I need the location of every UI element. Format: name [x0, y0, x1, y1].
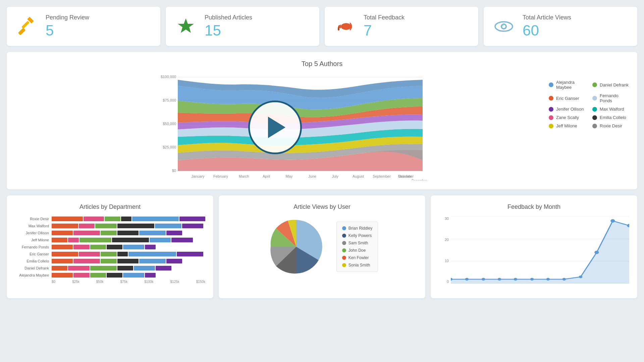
- bar-track: [52, 252, 205, 256]
- line-chart-area: 30 20 10 0: [439, 217, 629, 290]
- bar-segment: [52, 217, 83, 221]
- bar-segment: [52, 245, 73, 249]
- svg-text:$100,000: $100,000: [161, 75, 176, 79]
- pie-legend-item-2: Sam Smith: [342, 241, 372, 245]
- bar-segment: [107, 273, 122, 278]
- bar-segment: [117, 231, 139, 235]
- bar-segment: [123, 245, 144, 249]
- bar-segment: [171, 238, 193, 242]
- y-label-20: 20: [445, 238, 449, 242]
- legend-dot-6: [549, 115, 553, 120]
- bar-segment: [101, 252, 116, 256]
- bar-row: Jenifer Ollison: [15, 231, 205, 235]
- stat-value-views: 60: [523, 22, 571, 39]
- bar-label: Emilia Collelo: [15, 259, 52, 263]
- svg-point-45: [562, 278, 566, 281]
- bar-segment: [68, 266, 89, 270]
- bar-label: Roxie Desir: [15, 217, 52, 221]
- y-label-0: 0: [447, 280, 449, 284]
- legend-label-4: Jenifer Ollison: [556, 107, 584, 112]
- bar-segment: [107, 245, 122, 249]
- bar-row: Jeff Milone: [15, 238, 205, 242]
- stat-label-published: Published Articles: [205, 14, 252, 21]
- svg-text:August: August: [353, 174, 364, 178]
- bar-segment: [79, 252, 100, 256]
- legend-item-8: Emilia Collelo: [592, 115, 629, 120]
- pie-legend-item-1: Kelly Powers: [342, 233, 372, 238]
- svg-text:November: November: [398, 175, 414, 178]
- legend-item-1: Daniel Defrank: [592, 80, 629, 90]
- bar-track: [52, 273, 205, 278]
- pie-dot-3: [342, 248, 346, 252]
- svg-point-10: [502, 25, 503, 26]
- pie-dot-1: [342, 234, 346, 238]
- bar-segment: [68, 238, 79, 242]
- legend-label-9: Jeff Milone: [556, 123, 577, 128]
- feedback-by-month-title: Feedback by Month: [439, 203, 629, 210]
- pie-legend: Brian Riddley Kelly Powers Sam Smith Joh…: [336, 222, 378, 272]
- legend-item-6: Zane Scally: [549, 115, 586, 120]
- bar-track: [52, 238, 205, 242]
- svg-text:$25,000: $25,000: [163, 145, 176, 149]
- bar-segment: [52, 238, 67, 242]
- legend-dot-9: [549, 124, 553, 128]
- hammer-icon: [16, 16, 38, 37]
- pie-legend-item-5: Sonia Smith: [342, 263, 372, 267]
- svg-point-44: [546, 278, 550, 281]
- bar-x-axis: $0 $25k $50k $75k $100k $125k $150k: [52, 280, 205, 284]
- legend-dot-2: [549, 96, 553, 101]
- bar-segment: [101, 231, 116, 235]
- bar-segment: [117, 266, 133, 270]
- bar-segment: [139, 259, 166, 263]
- play-button[interactable]: [248, 101, 302, 154]
- stat-info-pending: Pending Review 5: [46, 14, 89, 39]
- svg-point-47: [594, 251, 599, 254]
- bar-segment: [139, 231, 166, 235]
- svg-text:September: September: [373, 174, 391, 178]
- play-triangle-icon: [268, 117, 285, 138]
- bar-segment: [52, 273, 73, 278]
- bar-segment: [52, 231, 73, 235]
- bar-chart: Roxie DesirMax WalfordJenifer OllisonJef…: [15, 217, 205, 278]
- bar-segment: [90, 245, 106, 249]
- svg-text:May: May: [286, 174, 293, 178]
- bar-track: [52, 259, 205, 263]
- svg-rect-2: [21, 21, 30, 29]
- stat-label-feedback: Total Feedback: [364, 14, 405, 21]
- bar-track: [52, 217, 205, 221]
- pie-label-5: Sonia Smith: [348, 263, 370, 267]
- bar-segment: [95, 224, 116, 228]
- svg-text:July: July: [332, 174, 338, 178]
- legend-label-0: Alejandra Maybee: [556, 80, 586, 90]
- legend-item-9: Jeff Milone: [549, 123, 586, 128]
- bar-track: [52, 266, 205, 270]
- megaphone-icon: [334, 16, 356, 37]
- stats-row: Pending Review 5 Published Articles 15: [7, 7, 637, 46]
- svg-text:February: February: [213, 174, 228, 178]
- bar-segment: [52, 224, 78, 228]
- legend-dot-10: [592, 124, 597, 128]
- bar-segment: [177, 252, 203, 256]
- svg-marker-3: [178, 18, 194, 33]
- bar-segment: [132, 217, 179, 221]
- bar-segment: [79, 224, 95, 228]
- bar-segment: [121, 217, 131, 221]
- y-label-10: 10: [445, 259, 449, 263]
- dashboard: Pending Review 5 Published Articles 15: [0, 0, 644, 305]
- article-views-title: Article Views by User: [227, 203, 417, 210]
- pie-legend-item-4: Ken Fowler: [342, 255, 372, 260]
- legend-item-3: Fernando Ponds: [592, 93, 629, 103]
- bar-segment: [117, 252, 128, 256]
- bar-segment: [145, 245, 156, 249]
- bar-label: Daniel Defrank: [15, 266, 52, 270]
- legend-item-4: Jenifer Ollison: [549, 107, 586, 112]
- article-views-card: Article Views by User: [219, 195, 425, 298]
- bar-segment: [145, 273, 156, 278]
- svg-point-48: [610, 219, 615, 223]
- pie-label-1: Kelly Powers: [348, 233, 372, 238]
- pie-legend-item-3: John Doe: [342, 248, 372, 253]
- bar-segment: [166, 231, 182, 235]
- bar-segment: [117, 224, 155, 228]
- svg-rect-6: [338, 27, 339, 31]
- bar-segment: [73, 231, 100, 235]
